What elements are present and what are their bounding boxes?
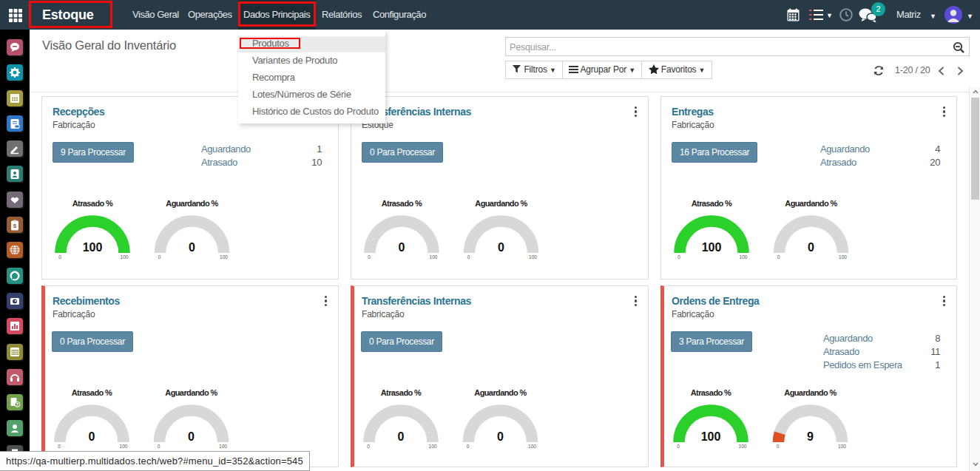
svg-text:100: 100 bbox=[702, 241, 722, 254]
svg-text:0: 0 bbox=[368, 254, 371, 260]
svg-text:Aguardando %: Aguardando % bbox=[475, 199, 527, 208]
svg-text:Atrasado %: Atrasado % bbox=[691, 388, 731, 397]
svg-text:Aguardando %: Aguardando % bbox=[166, 199, 218, 208]
svg-text:$: $ bbox=[13, 223, 17, 229]
svg-text:0: 0 bbox=[777, 444, 780, 449]
svg-text:0: 0 bbox=[398, 430, 405, 443]
svg-text:0: 0 bbox=[89, 430, 95, 443]
svg-text:100: 100 bbox=[219, 444, 227, 449]
svg-text:Aguardando %: Aguardando % bbox=[474, 388, 527, 397]
svg-text:0: 0 bbox=[399, 241, 405, 254]
svg-text:0: 0 bbox=[677, 444, 680, 449]
svg-text:Atrasado %: Atrasado % bbox=[72, 388, 112, 397]
svg-text:0: 0 bbox=[58, 444, 61, 449]
svg-text:0: 0 bbox=[467, 254, 470, 260]
svg-text:0: 0 bbox=[158, 254, 161, 260]
svg-text:Aguardando %: Aguardando % bbox=[784, 388, 837, 397]
svg-text:0: 0 bbox=[367, 444, 370, 449]
svg-text:100: 100 bbox=[739, 444, 747, 449]
svg-text:100: 100 bbox=[83, 241, 103, 254]
svg-text:100: 100 bbox=[838, 444, 846, 449]
svg-text:100: 100 bbox=[701, 430, 721, 443]
svg-text:0: 0 bbox=[497, 430, 504, 443]
svg-text:100: 100 bbox=[528, 444, 536, 449]
svg-text:0: 0 bbox=[808, 241, 814, 254]
svg-text:0: 0 bbox=[777, 254, 780, 260]
svg-text:0: 0 bbox=[498, 241, 504, 254]
svg-text:100: 100 bbox=[220, 254, 228, 260]
svg-text:100: 100 bbox=[120, 444, 128, 449]
svg-text:Atrasado %: Atrasado % bbox=[692, 199, 732, 208]
svg-text:100: 100 bbox=[430, 254, 438, 260]
svg-text:Atrasado %: Atrasado % bbox=[72, 199, 113, 208]
svg-text:0: 0 bbox=[188, 430, 195, 443]
svg-text:Atrasado %: Atrasado % bbox=[382, 199, 422, 208]
svg-text:0: 0 bbox=[467, 444, 470, 449]
svg-text:Aguardando %: Aguardando % bbox=[785, 199, 837, 208]
svg-text:0: 0 bbox=[158, 444, 160, 449]
svg-text:100: 100 bbox=[839, 254, 847, 260]
svg-text:0: 0 bbox=[189, 241, 195, 254]
svg-text:100: 100 bbox=[121, 254, 129, 260]
svg-text:Aguardando %: Aguardando % bbox=[165, 388, 217, 397]
svg-text:100: 100 bbox=[740, 254, 748, 260]
svg-text:100: 100 bbox=[529, 254, 537, 260]
svg-text:100: 100 bbox=[429, 444, 437, 449]
svg-text:0: 0 bbox=[58, 254, 61, 260]
svg-text:Atrasado %: Atrasado % bbox=[381, 388, 422, 397]
svg-text:9: 9 bbox=[807, 430, 814, 443]
svg-text:0: 0 bbox=[677, 254, 680, 260]
